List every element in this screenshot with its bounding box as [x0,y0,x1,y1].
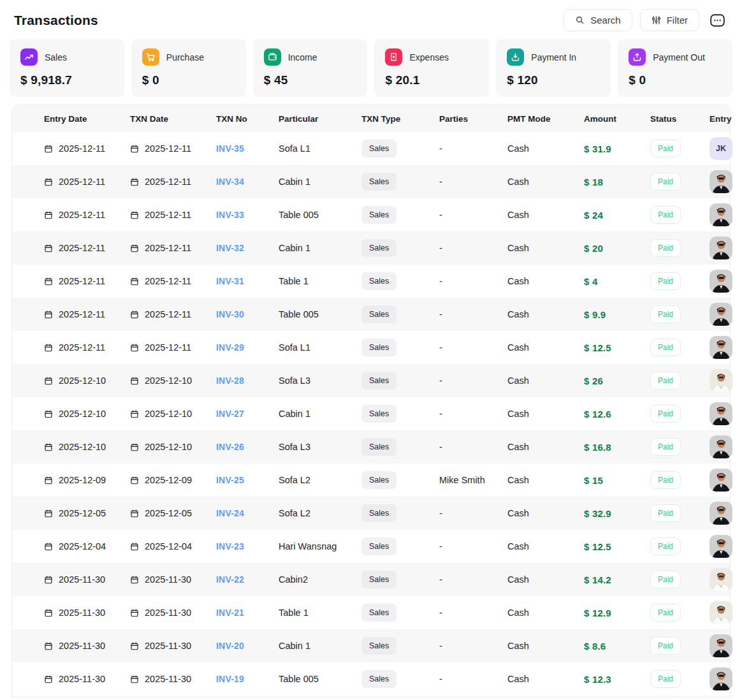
table-row[interactable]: 2025-12-112025-12-11INV-34Cabin 1Sales-C… [12,165,730,198]
avatar [709,535,732,558]
filter-sliders-icon [651,15,661,25]
filter-button[interactable]: Filter [640,9,699,31]
particular: Table 005 [279,210,319,220]
txn-type-badge: Sales [361,571,396,588]
txn-no-link[interactable]: INV-19 [216,674,244,684]
table-row[interactable]: 2025-11-302025-11-30INV-19Table 005Sales… [12,662,730,696]
txn-no-link[interactable]: INV-23 [216,541,244,551]
txn-no-link[interactable]: INV-26 [216,442,244,452]
status-badge: Paid [650,372,681,390]
entry-by-cell [709,369,732,392]
table-row[interactable]: 2025-12-102025-12-10INV-26Sofa L3Sales-C… [12,430,730,463]
calendar-icon [44,210,53,220]
parties: - [439,276,442,286]
txn-type-badge: Sales [361,504,396,522]
entry-date: 2025-12-09 [59,475,106,485]
txn-date: 2025-12-11 [145,276,191,286]
entry-date: 2025-12-10 [59,376,106,386]
calendar-icon [44,376,53,386]
table-row[interactable]: 2025-12-112025-12-11INV-30Table 005Sales… [12,298,730,331]
txn-date-cell: 2025-11-30 [130,674,216,684]
column-header-txn-no: TXN No [216,114,279,124]
txn-no-link[interactable]: INV-31 [216,276,244,286]
status-badge: Paid [650,239,681,257]
txn-type-badge: Sales [361,537,396,555]
calendar-icon [130,343,139,353]
table-row[interactable]: 2025-11-302025-11-30INV-21Table 1Sales-C… [12,596,730,629]
calendar-icon [130,177,139,187]
table-row[interactable]: 2025-12-102025-12-10INV-28Sofa L3Sales-C… [12,364,730,397]
pmt-mode: Cash [507,574,529,585]
entry-date-cell: 2025-12-10 [12,442,130,452]
entry-by-cell [709,203,732,226]
table-row[interactable]: 2025-12-042025-12-04INV-23Hari WansnagSa… [12,530,730,563]
table-row[interactable]: 2025-12-112025-12-11INV-32Cabin 1Sales-C… [12,231,730,265]
txn-no-link[interactable]: INV-21 [216,608,244,618]
entry-by-cell [709,336,732,359]
txn-no-link[interactable]: INV-30 [216,309,244,319]
txn-no-link[interactable]: INV-34 [216,177,244,187]
table-row[interactable]: 2025-12-102025-12-10INV-27Cabin 1Sales-C… [12,397,730,430]
card-value: $ 20.1 [385,73,478,87]
txn-type-badge: Sales [361,173,396,191]
txn-date: 2025-12-11 [145,342,191,353]
calendar-icon [130,210,139,220]
table-row[interactable]: 2025-12-092025-12-09INV-25Sofa L2SalesMi… [12,463,730,497]
entry-date: 2025-11-30 [59,574,105,585]
entry-by-cell [709,303,732,326]
txn-date-cell: 2025-12-11 [130,276,216,286]
pmt-mode: Cash [507,608,529,618]
txn-date-cell: 2025-12-04 [130,541,216,551]
avatar [709,502,732,525]
txn-no-link[interactable]: INV-20 [216,641,244,651]
calendar-icon [130,376,139,386]
entry-by-cell [709,270,732,293]
particular: Cabin 1 [279,641,310,651]
summary-card-payment-out: Payment Out$ 0 [618,39,732,97]
txn-no-link[interactable]: INV-29 [216,342,244,353]
particular: Cabin2 [279,574,308,585]
parties: - [439,608,442,618]
pmt-mode: Cash [507,641,529,651]
table-row[interactable]: 2025-12-112025-12-11INV-35Sofa L1Sales-C… [12,132,730,165]
txn-no-link[interactable]: INV-32 [216,243,244,253]
entry-date-cell: 2025-12-11 [12,243,130,253]
calendar-icon [130,409,139,419]
txn-no-link[interactable]: INV-28 [216,376,244,386]
avatar [709,203,732,226]
pmt-mode: Cash [507,342,529,353]
search-button[interactable]: Search [564,9,632,31]
parties: - [439,541,442,551]
entry-by-cell [709,568,732,591]
entry-date: 2025-11-30 [59,674,105,684]
txn-date: 2025-12-10 [145,376,192,386]
table-row[interactable]: 2025-12-112025-12-11INV-31Table 1Sales-C… [12,265,730,298]
parties: - [439,177,442,187]
entry-date: 2025-12-10 [59,442,106,452]
status-badge: Paid [650,670,681,688]
table-row[interactable]: 2025-11-302025-11-30INV-20Cabin 1Sales-C… [12,629,730,662]
table-row[interactable]: 2025-12-112025-12-11INV-29Sofa L1Sales-C… [12,331,730,364]
txn-no-link[interactable]: INV-33 [216,210,244,220]
txn-no-link[interactable]: INV-27 [216,409,244,419]
txn-no-link[interactable]: INV-22 [216,574,244,585]
txn-no-link[interactable]: INV-35 [216,143,244,154]
amount: $ 31.9 [584,143,611,154]
status-badge: Paid [650,604,681,622]
txn-date: 2025-12-11 [145,309,191,319]
txn-type-badge: Sales [361,305,396,323]
column-header-entry-date: Entry Date [12,114,130,124]
table-row[interactable]: 2025-11-302025-11-30INV-22Cabin2Sales-Ca… [12,563,730,596]
txn-type-badge: Sales [361,239,396,257]
txn-no-link[interactable]: INV-25 [216,475,244,485]
table-row[interactable]: 2025-12-052025-12-05INV-24Sofa L2Sales-C… [12,497,730,530]
txn-type-badge: Sales [361,272,396,290]
txn-date: 2025-12-11 [145,177,191,187]
entry-date-cell: 2025-12-11 [12,143,130,154]
topbar: Transactions Search Filter [0,0,742,38]
topbar-actions: Search Filter [564,9,728,31]
txn-no-link[interactable]: INV-24 [216,508,244,518]
table-row[interactable]: 2025-12-112025-12-11INV-33Table 005Sales… [12,198,730,231]
more-options-button[interactable] [707,12,728,29]
calendar-icon [44,409,53,419]
